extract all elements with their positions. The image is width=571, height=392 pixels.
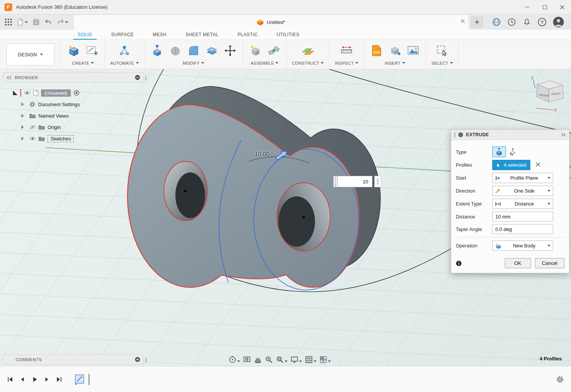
minimize-button[interactable] [519, 0, 536, 14]
distance-field[interactable] [492, 212, 553, 221]
visibility-eye-icon[interactable] [24, 91, 30, 95]
close-button[interactable] [554, 0, 571, 14]
tab-utilities[interactable]: UTILITIES [270, 30, 306, 40]
comments-scrollbar[interactable] [145, 358, 146, 363]
web-home-button[interactable] [491, 17, 502, 27]
help-button[interactable]: ? [537, 17, 547, 27]
joint-button[interactable] [265, 42, 283, 59]
tab-plastic[interactable]: PLASTIC [231, 30, 264, 40]
visibility-off-icon[interactable] [29, 125, 36, 129]
create-sketch-button[interactable] [83, 42, 101, 59]
start-dropdown[interactable]: Profile Plane [492, 173, 553, 183]
dimension-options-button[interactable] [374, 176, 381, 187]
view-cube[interactable]: FRONT RIGHT Z X [526, 75, 571, 114]
select-tool-button[interactable] [433, 42, 451, 59]
browser-scrollbar[interactable] [145, 76, 146, 81]
expand-caret-icon[interactable] [21, 137, 26, 140]
save-button[interactable] [31, 17, 41, 27]
timeline-go-to-end-button[interactable] [54, 374, 64, 384]
move-copy-button[interactable] [221, 42, 239, 59]
collapse-panel-icon[interactable] [6, 76, 12, 80]
document-tab[interactable]: Untitled* [73, 14, 469, 30]
dialog-grip[interactable] [454, 132, 455, 137]
assemble-new-component-button[interactable] [247, 42, 264, 59]
root-expander-icon[interactable] [13, 91, 17, 95]
orbit-button[interactable] [227, 355, 241, 365]
browser-item-named-views[interactable]: Named Views [3, 110, 144, 121]
insert-derive-button[interactable] [386, 42, 404, 59]
fit-button[interactable] [275, 355, 288, 365]
new-document-tab-button[interactable] [471, 17, 483, 27]
expand-caret-icon[interactable] [21, 114, 26, 118]
ok-button[interactable]: OK [505, 258, 531, 268]
insert-menu[interactable]: INSERT [383, 60, 407, 66]
timeline-settings-button[interactable] [554, 374, 566, 385]
3d-viewport[interactable]: 10.00 FRONT RIGHT Z X [0, 69, 571, 366]
expand-caret-icon[interactable] [21, 102, 26, 106]
timeline-position-marker[interactable] [88, 374, 90, 385]
cancel-button[interactable]: Cancel [535, 258, 565, 268]
notifications-button[interactable] [522, 17, 532, 27]
timeline-step-back-button[interactable] [17, 374, 27, 384]
insert-canvas-button[interactable] [404, 42, 422, 59]
browser-item-origin[interactable]: Origin [3, 121, 144, 133]
extrude-dialog-header[interactable]: EXTRUDE [451, 130, 569, 140]
drag-handle[interactable] [333, 176, 337, 187]
timeline-step-forward-button[interactable] [42, 374, 52, 384]
press-pull-button[interactable] [148, 42, 166, 59]
info-icon[interactable] [456, 260, 462, 266]
create-new-component-button[interactable] [65, 42, 83, 59]
assemble-menu[interactable]: ASSEMBLE [249, 60, 280, 66]
viewports-button[interactable] [318, 355, 332, 365]
tab-mesh[interactable]: MESH [146, 30, 173, 40]
collapse-all-icon[interactable] [135, 75, 140, 80]
browser-header[interactable]: BROWSER [3, 72, 144, 83]
automate-menu[interactable]: AUTOMATE [109, 60, 140, 66]
browser-item-sketches[interactable]: Sketches [3, 133, 144, 144]
tab-surface[interactable]: SURFACE [104, 30, 140, 40]
type-extrude-button[interactable] [492, 147, 506, 157]
sketch-point-right[interactable] [302, 216, 305, 218]
tab-sheet-metal[interactable]: SHEET METAL [179, 30, 226, 40]
account-avatar[interactable] [552, 16, 565, 29]
comments-header[interactable]: COMMENTS [3, 354, 144, 365]
look-at-button[interactable] [242, 355, 252, 365]
undo-button[interactable] [43, 17, 53, 27]
inspect-menu[interactable]: INSPECT [333, 60, 360, 66]
timeline-go-to-start-button[interactable] [5, 374, 15, 384]
tab-solid[interactable]: SOLID [71, 30, 99, 40]
operation-dropdown[interactable]: New Body [492, 241, 553, 251]
construct-plane-button[interactable] [299, 42, 317, 59]
timeline-play-button[interactable] [30, 374, 40, 384]
zoom-button[interactable] [264, 355, 274, 365]
taper-angle-field[interactable] [492, 224, 553, 234]
type-thin-extrude-button[interactable] [506, 147, 520, 157]
browser-item-document-settings[interactable]: Document Settings [3, 99, 144, 110]
automate-button[interactable] [116, 42, 133, 59]
extent-type-dropdown[interactable]: Distance [492, 199, 553, 209]
add-comment-icon[interactable] [135, 357, 140, 362]
activate-radio-icon[interactable] [73, 90, 80, 96]
direction-dropdown[interactable]: One Side [492, 186, 553, 196]
document-tab-close-button[interactable] [461, 19, 465, 24]
measure-button[interactable] [338, 42, 355, 59]
clear-selection-button[interactable] [536, 162, 540, 168]
profiles-selected-chip[interactable]: 4 selected [492, 160, 530, 170]
modify-menu[interactable]: MODIFY [181, 60, 206, 66]
job-status-button[interactable] [506, 17, 517, 27]
fillet-button[interactable] [185, 42, 202, 59]
pan-button[interactable] [253, 355, 263, 365]
file-menu-button[interactable] [15, 17, 29, 27]
timeline-sketch-feature[interactable] [75, 373, 85, 386]
maximize-button[interactable] [536, 0, 554, 14]
design-workspace-selector[interactable]: DESIGN [6, 43, 54, 65]
form-button[interactable] [167, 42, 184, 59]
visibility-eye-icon[interactable] [29, 136, 36, 141]
construct-menu[interactable]: CONSTRUCT [291, 60, 326, 66]
select-menu[interactable]: SELECT [430, 60, 455, 66]
expand-caret-icon[interactable] [21, 125, 26, 129]
sketch-point-left[interactable] [184, 190, 187, 193]
expand-panel-icon[interactable] [561, 133, 566, 137]
redo-button[interactable] [56, 17, 69, 27]
browser-root-item[interactable]: (Unsaved) [3, 87, 144, 99]
